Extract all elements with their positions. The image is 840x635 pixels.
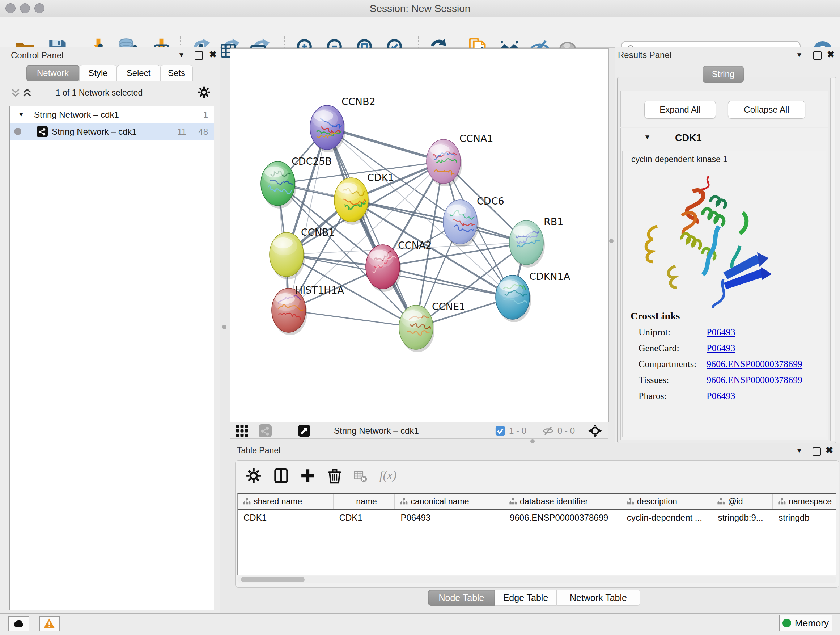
tab-sets[interactable]: Sets <box>160 65 193 81</box>
crosslink-link[interactable]: P06493 <box>706 391 735 402</box>
table-row[interactable]: CDK1CDK1P064939606.ENSP00000378699cyclin… <box>238 510 836 526</box>
network-node-CCNB2[interactable] <box>310 105 346 152</box>
memory-button[interactable]: Memory <box>779 615 832 631</box>
shared-column-icon <box>717 497 725 505</box>
delete-column-trash-icon[interactable] <box>327 468 343 484</box>
tab-network[interactable]: Network <box>27 65 79 81</box>
tab-network-table[interactable]: Network Table <box>556 590 640 606</box>
memory-label: Memory <box>795 618 829 629</box>
cdk1-collapse-icon[interactable]: ▼ <box>644 133 651 141</box>
table-cell: CDK1 <box>238 513 333 523</box>
hidden-counts: 0 - 0 <box>557 426 575 436</box>
network-node-CCNA2[interactable] <box>366 245 401 292</box>
add-column-icon[interactable] <box>300 468 316 484</box>
control-panel-close-icon[interactable]: ✖ <box>209 49 217 60</box>
tab-style[interactable]: Style <box>79 65 117 81</box>
shared-column-icon <box>400 497 408 505</box>
expand-all-button[interactable]: Expand All <box>644 101 716 119</box>
column-header-name[interactable]: name <box>333 494 395 509</box>
column-header-description[interactable]: description <box>621 494 712 509</box>
network-collection-row[interactable]: ▼ String Network – cdk1 1 <box>10 106 214 123</box>
table-panel-collapse-icon[interactable]: ▼ <box>796 447 803 455</box>
crosslink-label: Pharos: <box>638 391 706 402</box>
title-bar: Session: New Session <box>0 0 840 17</box>
delete-table-icon <box>354 469 367 483</box>
bottom-splitter-handle[interactable] <box>531 439 535 443</box>
table-horizontal-scrollbar[interactable] <box>237 576 836 583</box>
network-node-RB1[interactable] <box>509 220 545 268</box>
birds-eye-grid-icon[interactable] <box>235 424 248 437</box>
network-canvas[interactable]: CCNB2CCNA1CDC25BCDK1CDC6RB1CCNB1CCNA2CDK… <box>230 48 609 423</box>
network-node-CDC6[interactable] <box>443 200 478 247</box>
tab-node-table[interactable]: Node Table <box>428 590 495 606</box>
column-header-canonical-name[interactable]: canonical name <box>395 494 504 509</box>
control-panel-collapse-icon[interactable]: ▼ <box>178 51 185 59</box>
network-node-CDK1[interactable] <box>334 178 370 225</box>
network-view-toolbar: String Network – cdk1 1 - 0 0 - 0 <box>230 422 608 439</box>
crosslink-link[interactable]: 9606.ENSP00000378699 <box>706 375 802 386</box>
crosslink-link[interactable]: 9606.ENSP00000378699 <box>706 359 802 370</box>
control-panel-float-icon[interactable] <box>195 51 203 60</box>
shared-column-icon <box>778 497 786 505</box>
node-label-CCNA1: CCNA1 <box>459 133 493 144</box>
column-header--id[interactable]: @id <box>712 494 773 509</box>
netbar-separator <box>582 424 583 438</box>
crosslink-row: Tissues:9606.ENSP00000378699 <box>638 375 826 386</box>
network-node-CCNE1[interactable] <box>399 305 436 352</box>
node-label-RB1: RB1 <box>544 216 563 227</box>
crosslink-row: GeneCard:P06493 <box>638 343 826 354</box>
tab-string[interactable]: String <box>703 66 744 82</box>
results-scrollbar[interactable] <box>830 78 835 440</box>
results-panel-float-icon[interactable] <box>813 51 821 60</box>
string-network-icon <box>36 126 48 137</box>
cdk1-details-box: cyclin-dependent kinase 1 <box>622 150 826 437</box>
table-panel-close-icon[interactable]: ✖ <box>826 445 833 455</box>
table-panel-float-icon[interactable] <box>813 448 821 456</box>
cloud-icon <box>13 618 25 630</box>
network-node-CCNB1[interactable] <box>270 233 305 279</box>
status-bar: Memory <box>0 613 840 635</box>
results-panel-collapse-icon[interactable]: ▼ <box>796 51 803 59</box>
column-header-shared-name[interactable]: shared name <box>238 494 333 509</box>
collapse-all-button[interactable]: Collapse All <box>728 101 805 119</box>
table-cell: stringdb:9... <box>712 513 773 523</box>
cdk1-name: CDK1 <box>675 133 702 144</box>
column-header-database-identifier[interactable]: database identifier <box>504 494 621 509</box>
network-overview-icon[interactable] <box>259 424 272 437</box>
network-options-gear-icon[interactable] <box>197 86 210 99</box>
results-panel-close-icon[interactable]: ✖ <box>827 49 835 60</box>
automation-cloud-button[interactable] <box>8 616 29 631</box>
node-label-CDKN1A: CDKN1A <box>529 271 570 282</box>
hidden-eye-slash-icon[interactable] <box>542 425 554 437</box>
collection-expand-icon[interactable]: ▼ <box>18 111 25 119</box>
crosslink-label: GeneCard: <box>638 343 706 354</box>
tab-select[interactable]: Select <box>117 65 160 81</box>
shared-column-icon <box>626 497 634 505</box>
selected-checkbox-icon[interactable] <box>495 426 505 436</box>
crosshair-icon[interactable] <box>588 424 602 438</box>
crosslink-row: Compartments:9606.ENSP00000378699 <box>638 359 826 370</box>
node-label-CDC6: CDC6 <box>477 195 504 207</box>
tab-edge-table[interactable]: Edge Table <box>495 590 556 606</box>
column-header-namespace[interactable]: namespace <box>773 494 836 509</box>
crosslink-link[interactable]: P06493 <box>706 327 735 338</box>
table-scrollbar-thumb[interactable] <box>241 577 305 582</box>
warnings-button[interactable] <box>39 616 60 631</box>
detach-view-icon[interactable] <box>298 424 311 437</box>
network-view-title: String Network – cdk1 <box>334 426 419 436</box>
right-splitter-handle[interactable] <box>609 239 614 243</box>
string-network-graph[interactable]: CCNB2CCNA1CDC25BCDK1CDC6RB1CCNB1CCNA2CDK… <box>231 49 608 422</box>
table-cell: CDK1 <box>333 513 395 523</box>
network-label: String Network – cdk1 <box>52 127 137 137</box>
table-settings-gear-icon[interactable] <box>246 468 262 484</box>
netbar-separator <box>285 424 285 438</box>
network-node-CDKN1A[interactable] <box>496 275 531 322</box>
crosslink-link[interactable]: P06493 <box>706 343 735 354</box>
network-node-CCNA1[interactable] <box>426 139 462 187</box>
left-splitter-handle[interactable] <box>222 325 226 329</box>
node-table-header: shared namenamecanonical namedatabase id… <box>238 494 836 510</box>
show-columns-icon[interactable] <box>273 468 289 484</box>
network-row-selected[interactable]: String Network – cdk1 11 48 <box>10 123 214 140</box>
crosslinks-heading: CrossLinks <box>630 310 826 322</box>
table-panel-tabs: Node TableEdge TableNetwork Table <box>428 590 640 606</box>
